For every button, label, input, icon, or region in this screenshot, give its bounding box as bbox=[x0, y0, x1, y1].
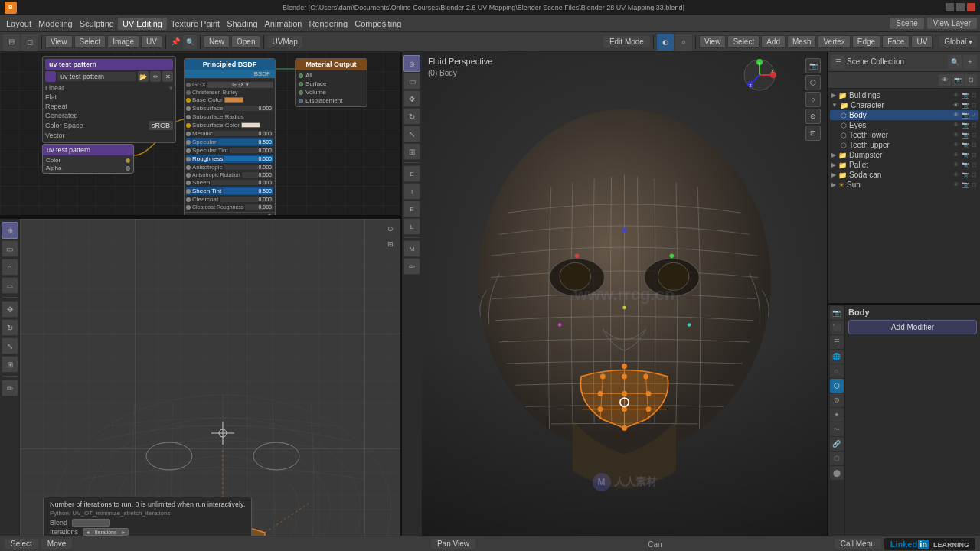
object-type-icon[interactable]: ○ bbox=[805, 92, 821, 107]
minimize-btn[interactable] bbox=[946, 3, 954, 11]
constraints-icon[interactable]: 🔗 bbox=[830, 437, 844, 451]
v-scale-tool[interactable]: ⤡ bbox=[403, 126, 420, 142]
tab-modeling[interactable]: Modeling bbox=[35, 18, 76, 30]
select-menu[interactable]: Select bbox=[74, 35, 106, 48]
scale-tool[interactable]: ⤡ bbox=[2, 337, 18, 354]
v-annotate-tool[interactable]: ✏ bbox=[403, 258, 420, 275]
viewport-3d[interactable]: ⊕ ▭ ✥ ↻ ⤡ ⊞ E I B L M ✏ bbox=[402, 52, 827, 537]
close-btn[interactable] bbox=[967, 3, 975, 11]
zoom-icon[interactable]: 🔍 bbox=[183, 35, 197, 49]
v-transform-tool[interactable]: ⊞ bbox=[403, 143, 420, 160]
select-lasso-tool[interactable]: ⌓ bbox=[2, 277, 18, 294]
tree-item-sun[interactable]: ▶ ☀ Sun 👁 📷 ⊡ bbox=[830, 180, 978, 190]
tree-item-eyes[interactable]: ⬡ Eyes 👁 📷 ⊡ bbox=[830, 120, 978, 130]
tree-item-pallet[interactable]: ▶ 📁 Pallet 👁 📷 ⊡ bbox=[830, 160, 978, 170]
v-measure-tool[interactable]: M bbox=[403, 240, 420, 257]
sheen-tint-value[interactable]: 0.500 bbox=[223, 188, 273, 194]
move-tool[interactable]: ✥ bbox=[2, 301, 18, 318]
v-rotate-tool[interactable]: ↻ bbox=[403, 108, 420, 125]
3d-mesh-btn[interactable]: Mesh bbox=[787, 35, 816, 48]
uvmap-selector[interactable]: UVMap bbox=[267, 36, 302, 47]
tab-rendering[interactable]: Rendering bbox=[305, 18, 351, 30]
render-visibility-icon[interactable]: 📷 bbox=[952, 74, 964, 86]
select-visibility-icon[interactable]: ⊡ bbox=[965, 74, 977, 86]
roughness-value[interactable]: 0.500 bbox=[224, 156, 273, 161]
overlay-icon[interactable]: ⊙ bbox=[805, 109, 821, 124]
3d-uv-btn[interactable]: UV bbox=[911, 35, 933, 48]
open-image-btn[interactable]: Open bbox=[231, 35, 260, 48]
3d-view-btn[interactable]: View bbox=[699, 35, 727, 48]
tree-item-character[interactable]: ▼ 📁 Character 👁 📷 ⊡ bbox=[830, 100, 978, 110]
3d-face-btn[interactable]: Face bbox=[882, 35, 910, 48]
anisotropic-rot-value[interactable]: 0.000 bbox=[242, 172, 273, 178]
annotate-tool[interactable]: ✏ bbox=[2, 380, 18, 396]
v-loop-cut-tool[interactable]: L bbox=[403, 218, 420, 235]
physics-icon[interactable]: 〜 bbox=[830, 422, 844, 436]
new-image-btn[interactable]: New bbox=[204, 35, 230, 48]
3d-add-btn[interactable]: Add bbox=[761, 35, 786, 48]
viewport-shade-solid[interactable]: ◐ bbox=[657, 34, 674, 51]
scene-selector[interactable]: Scene bbox=[890, 18, 923, 29]
3d-vertex-btn[interactable]: Vertex bbox=[818, 35, 850, 48]
ggx-dropdown[interactable]: GGX ▾ bbox=[207, 82, 273, 88]
clearcoat-value[interactable]: 0.000 bbox=[220, 197, 273, 202]
tab-texture-paint[interactable]: Texture Paint bbox=[168, 18, 223, 30]
editor-select-icon[interactable]: ◻ bbox=[21, 34, 38, 51]
3d-edge-btn[interactable]: Edge bbox=[852, 35, 880, 48]
iterations-input[interactable]: ◄ Iterations ► bbox=[83, 528, 129, 536]
blend-slider[interactable] bbox=[72, 519, 110, 527]
v-inset-tool[interactable]: I bbox=[403, 183, 420, 200]
tree-item-dumpster[interactable]: ▶ 📁 Dumpster 👁 📷 ⊡ bbox=[830, 150, 978, 160]
output-props-icon[interactable]: ⬛ bbox=[830, 321, 844, 334]
data-props-icon[interactable]: ⬡ bbox=[830, 452, 844, 465]
tree-item-teeth-upper[interactable]: ⬡ Teeth upper 👁 📷 ⊡ bbox=[830, 140, 978, 150]
add-object-icon[interactable]: + bbox=[963, 55, 977, 69]
world-props-icon[interactable]: ○ bbox=[830, 364, 844, 378]
v-cursor-tool[interactable]: ⊕ bbox=[403, 55, 420, 72]
modifier-icon[interactable]: ⚙ bbox=[830, 393, 844, 407]
material-icon[interactable]: ⬤ bbox=[830, 466, 844, 480]
filter-icon[interactable]: 🔍 bbox=[948, 55, 962, 69]
image-menu[interactable]: Image bbox=[107, 35, 139, 48]
render-icon[interactable]: ⬡ bbox=[805, 75, 821, 90]
subsurface-value[interactable]: 0.000 bbox=[224, 106, 273, 111]
maximize-btn[interactable] bbox=[956, 3, 965, 11]
pin-icon[interactable]: 📌 bbox=[169, 36, 181, 47]
v-extrude-tool[interactable]: E bbox=[403, 165, 420, 182]
tab-compositing[interactable]: Compositing bbox=[351, 18, 404, 30]
select-box-tool[interactable]: ▭ bbox=[2, 240, 18, 257]
editor-type-icon[interactable]: ⊟ bbox=[3, 34, 20, 51]
edit-mode-selector[interactable]: Edit Mode bbox=[603, 36, 650, 47]
add-modifier-btn[interactable]: Add Modifier bbox=[848, 320, 977, 334]
view-layer-selector[interactable]: View Layer bbox=[927, 18, 977, 29]
view-menu[interactable]: View bbox=[45, 35, 73, 48]
uv-icon-1[interactable]: ⊙ bbox=[384, 222, 397, 236]
select-btn-status[interactable]: Select bbox=[5, 539, 38, 549]
viewport-shade-wire[interactable]: ○ bbox=[675, 34, 692, 51]
transform-tool[interactable]: ⊞ bbox=[2, 356, 18, 373]
call-menu-btn[interactable]: Call Menu bbox=[835, 539, 881, 549]
uv-icon-2[interactable]: ⊞ bbox=[384, 237, 397, 251]
3d-select-btn[interactable]: Select bbox=[727, 35, 760, 48]
tab-uv-editing[interactable]: UV Editing bbox=[118, 18, 167, 30]
v-select-tool[interactable]: ▭ bbox=[403, 73, 420, 90]
browse-icon[interactable]: 📂 bbox=[138, 71, 149, 82]
metallic-value[interactable]: 0.000 bbox=[214, 131, 273, 136]
camera-icon[interactable]: 📷 bbox=[805, 58, 821, 73]
specular-tint-value[interactable]: 0.000 bbox=[230, 148, 273, 153]
tree-item-soda-can[interactable]: ▶ 📁 Soda can 👁 📷 ⊡ bbox=[830, 170, 978, 180]
image-selector[interactable]: uv test pattern bbox=[57, 72, 136, 81]
specular-value[interactable]: 0.500 bbox=[218, 139, 273, 145]
object-props-icon[interactable]: ⬡ bbox=[830, 379, 844, 393]
base-color-swatch[interactable] bbox=[224, 97, 243, 103]
cursor-tool[interactable]: ⊕ bbox=[2, 222, 18, 239]
sheen-value[interactable]: 0.000 bbox=[211, 180, 273, 185]
anisotropic-value[interactable]: 0.000 bbox=[224, 165, 273, 170]
uv-canvas-area[interactable]: ⊙ ⊞ ▶ Minimize Stretch Number of iterati… bbox=[20, 219, 400, 551]
tab-layout[interactable]: Layout bbox=[3, 18, 34, 30]
delete-icon[interactable]: ✕ bbox=[162, 71, 173, 82]
edit-icon[interactable]: ✏ bbox=[150, 71, 161, 82]
v-move-tool[interactable]: ✥ bbox=[403, 90, 420, 107]
move-btn-status[interactable]: Move bbox=[41, 539, 72, 549]
outliner-type-icon[interactable]: ☰ bbox=[831, 55, 845, 69]
